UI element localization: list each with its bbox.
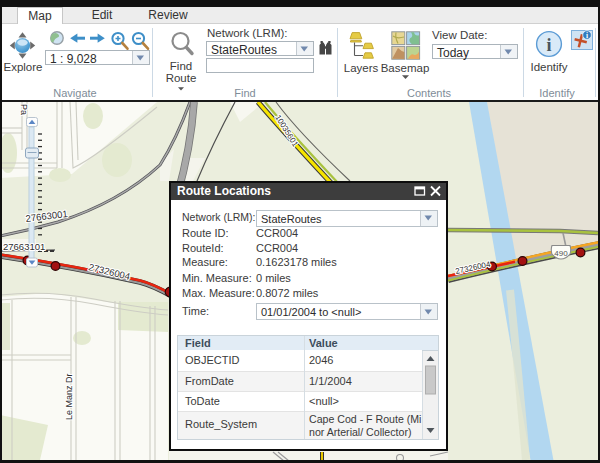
svg-text:Le Manz Dr: Le Manz Dr xyxy=(64,373,74,420)
svg-text:490: 490 xyxy=(554,249,568,258)
svg-text:Pa: Pa xyxy=(19,104,29,115)
svg-text:27663101: 27663101 xyxy=(3,241,45,252)
